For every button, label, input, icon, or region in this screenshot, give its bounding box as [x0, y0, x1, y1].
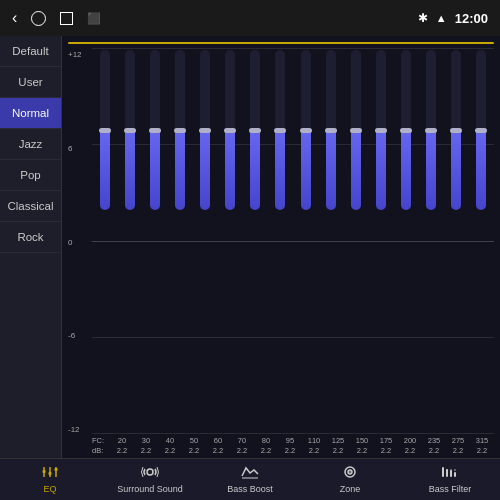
sidebar-item-normal[interactable]: Normal	[0, 98, 61, 129]
fc-150: 150	[350, 436, 374, 445]
db-1: 2.2	[110, 446, 134, 455]
sidebar-item-jazz[interactable]: Jazz	[0, 129, 61, 160]
slider-5[interactable]	[193, 50, 218, 210]
main-layout: Default User Normal Jazz Pop Classical R…	[0, 36, 500, 458]
tab-eq-label: EQ	[43, 484, 56, 494]
fc-50: 50	[182, 436, 206, 445]
db-row: dB: 2.2 2.2 2.2 2.2 2.2 2.2 2.2 2.2 2.2 …	[92, 446, 494, 455]
sidebar: Default User Normal Jazz Pop Classical R…	[0, 36, 62, 458]
db-3: 2.2	[158, 446, 182, 455]
slider-6[interactable]	[218, 50, 243, 210]
db-14: 2.2	[422, 446, 446, 455]
y-label-0: 0	[68, 238, 90, 247]
tab-surround[interactable]: Surround Sound	[100, 459, 200, 500]
y-label-neg6: -6	[68, 331, 90, 340]
eq-area: +12 6 0 -6 -12	[62, 36, 500, 458]
slider-1[interactable]	[92, 50, 117, 210]
svg-point-6	[147, 469, 153, 475]
slider-12[interactable]	[368, 50, 393, 210]
slider-2[interactable]	[117, 50, 142, 210]
db-header: dB:	[92, 446, 110, 455]
slider-3[interactable]	[142, 50, 167, 210]
screenshot-icon[interactable]: ⬛	[87, 12, 101, 25]
tab-bar: EQ Surround Sound Bass Boost	[0, 458, 500, 500]
fc-200: 200	[398, 436, 422, 445]
db-10: 2.2	[326, 446, 350, 455]
svg-rect-5	[55, 468, 58, 471]
slider-8[interactable]	[268, 50, 293, 210]
fc-40: 40	[158, 436, 182, 445]
tab-surround-label: Surround Sound	[117, 484, 183, 494]
db-5: 2.2	[206, 446, 230, 455]
status-right: ✱ ▲ 12:00	[418, 11, 488, 26]
db-9: 2.2	[302, 446, 326, 455]
slider-15[interactable]	[444, 50, 469, 210]
y-label-12: +12	[68, 50, 90, 59]
slider-11[interactable]	[343, 50, 368, 210]
db-11: 2.2	[350, 446, 374, 455]
slider-16[interactable]	[469, 50, 494, 210]
wifi-icon: ▲	[436, 12, 447, 24]
db-2: 2.2	[134, 446, 158, 455]
recents-icon[interactable]	[60, 12, 73, 25]
bluetooth-icon: ✱	[418, 11, 428, 25]
eq-line	[68, 42, 494, 44]
y-label-6: 6	[68, 144, 90, 153]
eq-icon	[41, 465, 59, 482]
slider-13[interactable]	[394, 50, 419, 210]
db-4: 2.2	[182, 446, 206, 455]
tab-zone-label: Zone	[340, 484, 361, 494]
fc-125: 125	[326, 436, 350, 445]
fc-60: 60	[206, 436, 230, 445]
tab-eq[interactable]: EQ	[0, 459, 100, 500]
fc-315: 315	[470, 436, 494, 445]
slider-14[interactable]	[419, 50, 444, 210]
eq-sliders-area	[92, 48, 494, 434]
fc-80: 80	[254, 436, 278, 445]
db-16: 2.2	[470, 446, 494, 455]
svg-rect-13	[454, 472, 456, 477]
db-12: 2.2	[374, 446, 398, 455]
filter-icon	[441, 465, 459, 482]
nav-icons: ‹ ⬛	[12, 9, 101, 27]
fc-235: 235	[422, 436, 446, 445]
slider-10[interactable]	[318, 50, 343, 210]
eq-grid-container: +12 6 0 -6 -12	[68, 48, 494, 458]
svg-rect-3	[49, 472, 52, 475]
fc-row: FC: 20 30 40 50 60 70 80 95 110 125 150 …	[92, 436, 494, 445]
db-15: 2.2	[446, 446, 470, 455]
fc-20: 20	[110, 436, 134, 445]
tab-bass[interactable]: Bass Boost	[200, 459, 300, 500]
fc-95: 95	[278, 436, 302, 445]
sidebar-item-pop[interactable]: Pop	[0, 160, 61, 191]
db-8: 2.2	[278, 446, 302, 455]
fc-275: 275	[446, 436, 470, 445]
svg-rect-12	[450, 470, 452, 477]
status-bar: ‹ ⬛ ✱ ▲ 12:00	[0, 0, 500, 36]
slider-7[interactable]	[243, 50, 268, 210]
sliders-row	[92, 48, 494, 434]
tab-filter-label: Bass Filter	[429, 484, 472, 494]
tab-filter[interactable]: Bass Filter	[400, 459, 500, 500]
tab-zone[interactable]: Zone	[300, 459, 400, 500]
home-icon[interactable]	[31, 11, 46, 26]
fc-110: 110	[302, 436, 326, 445]
slider-9[interactable]	[293, 50, 318, 210]
sidebar-item-classical[interactable]: Classical	[0, 191, 61, 222]
db-6: 2.2	[230, 446, 254, 455]
svg-rect-10	[442, 467, 444, 477]
back-icon[interactable]: ‹	[12, 9, 17, 27]
svg-point-9	[349, 471, 351, 473]
sidebar-item-rock[interactable]: Rock	[0, 222, 61, 253]
fc-70: 70	[230, 436, 254, 445]
clock: 12:00	[455, 11, 488, 26]
db-7: 2.2	[254, 446, 278, 455]
sidebar-item-default[interactable]: Default	[0, 36, 61, 67]
fc-header: FC:	[92, 436, 110, 445]
bass-icon	[241, 465, 259, 482]
slider-4[interactable]	[167, 50, 192, 210]
tab-bass-label: Bass Boost	[227, 484, 273, 494]
zone-icon	[341, 465, 359, 482]
sidebar-item-user[interactable]: User	[0, 67, 61, 98]
surround-icon	[141, 465, 159, 482]
